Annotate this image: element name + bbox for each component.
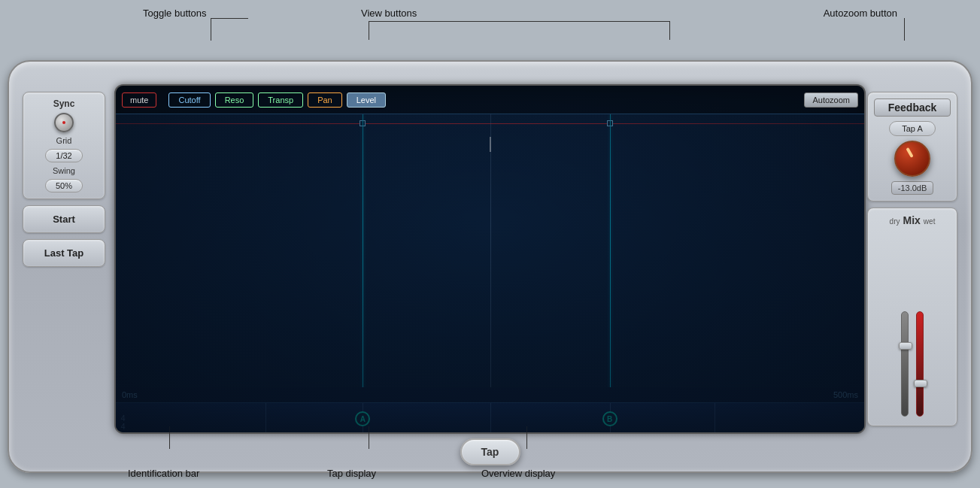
tap-button[interactable]: Tap — [460, 438, 520, 465]
left-panel: Sync Grid 1/32 Swing 50% Start Last Tap — [23, 92, 105, 426]
main-display: mute Cutoff Reso Transp Pan Level Autozo… — [114, 84, 866, 434]
time-end: 500ms — [833, 390, 858, 399]
bracket-line-view-l — [369, 21, 369, 40]
pan-button[interactable]: Pan — [308, 92, 342, 108]
timeline-bar: 0ms 500ms — [116, 387, 864, 402]
bracket-line-toggle-h — [211, 18, 248, 19]
feedback-title: Feedback — [874, 99, 951, 117]
center-divider — [490, 114, 491, 402]
marker-b[interactable]: B — [602, 411, 617, 426]
grid-label: Grid — [56, 136, 72, 145]
ann-line-id — [169, 426, 170, 449]
bracket-line-toggle — [211, 18, 211, 41]
mute-button[interactable]: mute — [122, 92, 156, 108]
ann-line-tap — [369, 426, 369, 449]
tap-line-1 — [363, 114, 363, 402]
waveform-area[interactable]: 0ms 500ms — [116, 114, 864, 402]
overview-bar: A B 44 — [116, 402, 864, 432]
swing-label: Swing — [53, 166, 75, 175]
feedback-section: Feedback Tap A -13.0dB — [867, 92, 957, 202]
last-tap-button[interactable]: Last Tap — [23, 239, 105, 267]
marker-a[interactable]: A — [355, 411, 370, 426]
reso-button[interactable]: Reso — [215, 92, 254, 108]
transp-button[interactable]: Transp — [258, 92, 303, 108]
display-toolbar: mute Cutoff Reso Transp Pan Level Autozo… — [116, 86, 864, 114]
swing-value[interactable]: 50% — [45, 179, 83, 192]
mix-label: Mix — [903, 214, 921, 226]
annotation-autozoom-button: Autozoom button — [824, 8, 897, 19]
mix-wet-label: wet — [924, 217, 936, 226]
bracket-line-view-r — [669, 21, 670, 40]
level-button[interactable]: Level — [347, 92, 386, 108]
mix-header: dry Mix wet — [874, 214, 951, 226]
right-panel: Feedback Tap A -13.0dB dry Mix wet — [867, 92, 957, 426]
sync-section: Sync Grid 1/32 Swing 50% — [23, 92, 105, 199]
grid-value[interactable]: 1/32 — [45, 149, 83, 162]
annotation-toggle-buttons: Toggle buttons — [143, 8, 207, 19]
annotation-view-buttons: View buttons — [361, 8, 417, 19]
feedback-knob[interactable] — [894, 141, 930, 177]
tap-line-2 — [610, 114, 611, 402]
start-button[interactable]: Start — [23, 205, 105, 233]
overview-line-3 — [490, 403, 491, 432]
main-shell: Sync Grid 1/32 Swing 50% Start Last Tap … — [8, 60, 972, 473]
bracket-line-autozoom — [904, 18, 905, 41]
tap-a-button[interactable]: Tap A — [889, 121, 936, 136]
time-start: 0ms — [122, 390, 138, 399]
mix-section: dry Mix wet — [867, 208, 957, 426]
bracket-line-view-h — [369, 21, 669, 22]
mix-dry-label: dry — [890, 217, 900, 226]
wet-slider-thumb[interactable] — [914, 380, 927, 387]
wet-slider-track[interactable] — [916, 311, 924, 417]
dry-slider-track[interactable] — [901, 311, 909, 417]
overview-line-1 — [265, 403, 266, 432]
overview-line-5 — [715, 403, 715, 432]
four-four-indicator: 44 — [117, 414, 129, 431]
db-value: -13.0dB — [891, 181, 934, 195]
dry-slider-thumb[interactable] — [899, 342, 912, 350]
sync-knob[interactable] — [54, 113, 74, 132]
cutoff-button[interactable]: Cutoff — [168, 92, 210, 108]
autozoom-button[interactable]: Autozoom — [804, 92, 858, 108]
sync-label: Sync — [53, 99, 75, 109]
sliders-container — [901, 229, 924, 420]
ann-line-overview — [526, 426, 527, 449]
